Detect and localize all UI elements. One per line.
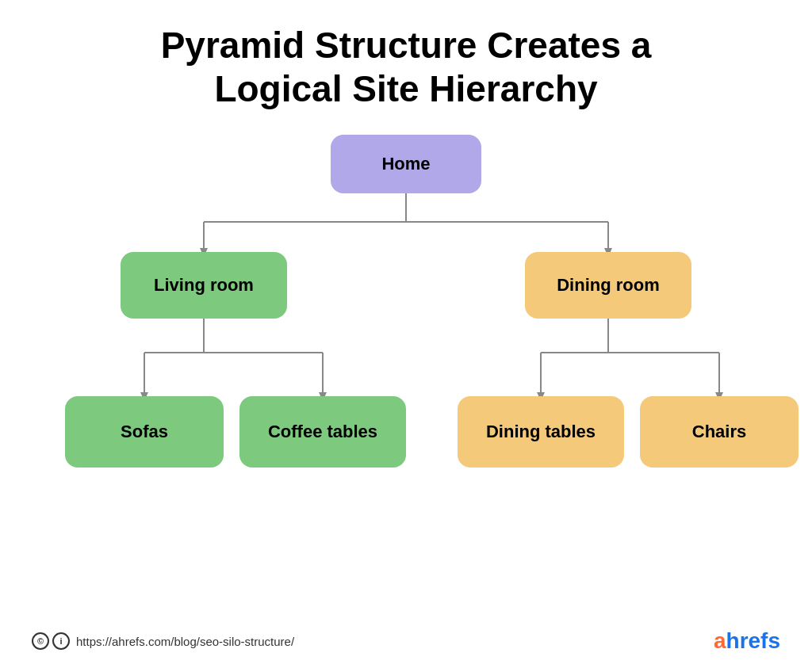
ahrefs-logo-a: a [714, 628, 726, 653]
diagram: Home Living room Dining room Sofas Coffe… [41, 135, 771, 523]
footer-icons: © i [32, 632, 70, 650]
footer: © i https://ahrefs.com/blog/seo-silo-str… [0, 628, 812, 654]
info-icon: i [52, 632, 70, 650]
node-dining-tables: Dining tables [458, 396, 624, 468]
node-chairs: Chairs [640, 396, 799, 468]
node-living-room: Living room [121, 252, 287, 319]
node-dining-room: Dining room [525, 252, 691, 319]
page-title: Pyramid Structure Creates a Logical Site… [161, 24, 652, 111]
footer-url: https://ahrefs.com/blog/seo-silo-structu… [76, 635, 294, 648]
node-coffee-tables: Coffee tables [239, 396, 406, 468]
node-sofas: Sofas [65, 396, 224, 468]
cc-icon: © [32, 632, 49, 650]
footer-left: © i https://ahrefs.com/blog/seo-silo-str… [32, 632, 294, 650]
ahrefs-logo-rest: hrefs [726, 628, 780, 653]
page-container: Pyramid Structure Creates a Logical Site… [0, 0, 812, 668]
ahrefs-brand: ahrefs [714, 628, 780, 654]
node-home: Home [331, 135, 481, 193]
